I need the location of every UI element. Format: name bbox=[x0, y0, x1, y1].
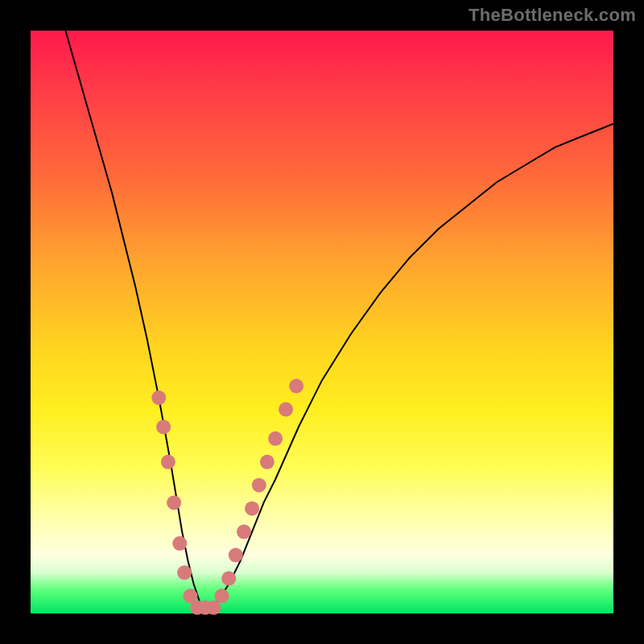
bottleneck-curve bbox=[65, 31, 613, 608]
data-point bbox=[151, 390, 166, 405]
chart-frame: TheBottleneck.com bbox=[0, 0, 644, 644]
data-point bbox=[206, 601, 221, 615]
data-point bbox=[156, 419, 171, 434]
data-point bbox=[289, 379, 303, 394]
data-point bbox=[260, 455, 275, 469]
data-point bbox=[177, 565, 192, 580]
plot-area bbox=[31, 31, 613, 613]
curve-svg bbox=[31, 31, 613, 613]
data-point bbox=[279, 402, 293, 417]
data-point bbox=[229, 548, 243, 563]
data-point bbox=[268, 431, 283, 446]
data-point bbox=[245, 502, 259, 516]
data-point bbox=[167, 495, 181, 510]
data-point bbox=[172, 536, 187, 551]
data-point bbox=[237, 525, 251, 539]
data-point bbox=[161, 455, 175, 469]
data-point bbox=[221, 572, 236, 586]
data-point bbox=[215, 588, 229, 603]
watermark-text: TheBottleneck.com bbox=[469, 5, 636, 26]
data-point bbox=[252, 478, 266, 493]
